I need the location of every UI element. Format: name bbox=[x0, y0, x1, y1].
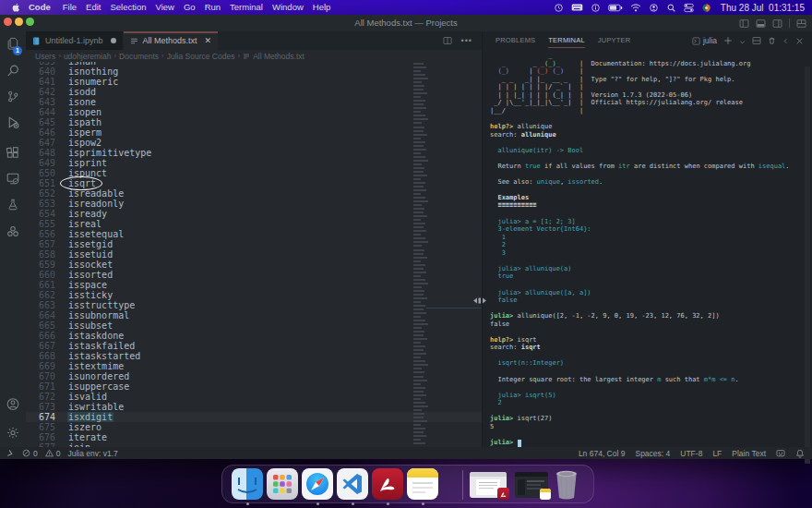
status-plain-text[interactable]: Plain Text bbox=[732, 449, 766, 458]
minimap-mark bbox=[413, 371, 424, 373]
menu-item-go[interactable]: Go bbox=[179, 0, 200, 15]
breadcrumb-item[interactable]: Documents bbox=[119, 52, 159, 61]
new-terminal-icon[interactable] bbox=[723, 32, 733, 49]
minimap[interactable] bbox=[412, 62, 482, 447]
status-spaces-4[interactable]: Spaces: 4 bbox=[635, 449, 670, 458]
minimap-mark bbox=[413, 334, 424, 336]
activity-extensions-icon[interactable] bbox=[6, 146, 20, 163]
line-text: issticky bbox=[68, 290, 113, 300]
sash-resize-handle[interactable] bbox=[473, 292, 486, 300]
line-number: 662 bbox=[26, 290, 55, 300]
dock-vscode[interactable] bbox=[337, 468, 368, 500]
status-utf-8[interactable]: UTF-8 bbox=[680, 449, 702, 458]
panel-chevron-left-icon[interactable] bbox=[782, 32, 789, 49]
terminal-line: Return true if all values from itr are d… bbox=[490, 163, 790, 171]
toggle-secondary-sidebar-icon[interactable] bbox=[772, 18, 782, 29]
activity-search-icon[interactable] bbox=[6, 64, 20, 81]
minimap-mark bbox=[413, 417, 424, 418]
breadcrumb-item[interactable]: Julia Source Codes bbox=[167, 52, 235, 61]
activity-source-control-icon[interactable] bbox=[6, 90, 20, 107]
activity-julia-circles-icon[interactable] bbox=[6, 224, 20, 242]
control-center-icon[interactable] bbox=[684, 3, 694, 13]
dock-safari[interactable] bbox=[302, 468, 333, 500]
menu-clock[interactable]: Thu 28 Jul 01:31:15 bbox=[721, 3, 805, 13]
status-bar: 00Julia env: v1.7 Ln 674, Col 9Spaces: 4… bbox=[0, 447, 812, 459]
info-circle-icon[interactable] bbox=[591, 3, 601, 13]
shell-selector[interactable]: julia bbox=[692, 36, 717, 45]
dock-minimized-pdf-document-window[interactable] bbox=[470, 472, 507, 498]
toggle-panel-icon[interactable] bbox=[756, 18, 766, 29]
activity-settings-gear-icon[interactable] bbox=[6, 426, 20, 443]
minimap-mark bbox=[413, 331, 424, 333]
breadcrumb-item[interactable]: Users bbox=[35, 52, 55, 61]
activity-account-icon[interactable] bbox=[6, 397, 20, 415]
minimap-mark bbox=[413, 78, 428, 79]
customize-layout-icon[interactable] bbox=[796, 18, 806, 29]
menu-item-run[interactable]: Run bbox=[200, 0, 225, 15]
menu-item-terminal[interactable]: Terminal bbox=[225, 0, 268, 15]
activity-test-flask-icon[interactable] bbox=[6, 198, 19, 215]
wifi-icon[interactable] bbox=[630, 4, 641, 12]
menu-item-view[interactable]: View bbox=[151, 0, 179, 15]
battery-icon[interactable] bbox=[608, 4, 623, 12]
status-warnings-icon[interactable]: 0 bbox=[45, 449, 61, 458]
editor[interactable]: 639isnan640isnothing641isnumeric642isodd… bbox=[26, 62, 482, 447]
menu-item-selection[interactable]: Selection bbox=[105, 0, 150, 15]
kill-terminal-icon[interactable] bbox=[768, 32, 776, 49]
apple-logo-icon[interactable] bbox=[11, 2, 21, 13]
split-terminal-icon[interactable] bbox=[752, 32, 761, 49]
menu-item-file[interactable]: File bbox=[58, 0, 81, 15]
terminal-dropdown-icon[interactable] bbox=[739, 32, 746, 49]
close-tab-icon[interactable]: ✕ bbox=[205, 36, 212, 45]
close-panel-icon[interactable] bbox=[795, 32, 804, 49]
panel-tab-problems[interactable]: PROBLEMS bbox=[496, 31, 535, 50]
minimap-mark bbox=[413, 171, 424, 173]
breadcrumb-item[interactable]: udohjeremiah bbox=[64, 52, 112, 61]
keyboard-icon[interactable] bbox=[571, 3, 583, 12]
dock-notes[interactable] bbox=[407, 468, 438, 500]
status-feedback-icon[interactable] bbox=[776, 449, 785, 458]
dock-acrobat[interactable] bbox=[372, 468, 403, 500]
status-lf[interactable]: LF bbox=[712, 449, 722, 458]
panel-tab-jupyter[interactable]: JUPYTER bbox=[598, 31, 631, 50]
status-ln-674-col-9[interactable]: Ln 674, Col 9 bbox=[579, 449, 626, 458]
terminal-output[interactable]: _ _ _ _(_)_ | Documentation: https://doc… bbox=[483, 50, 812, 447]
menu-item-code[interactable]: Code bbox=[21, 0, 58, 15]
line-number: 664 bbox=[26, 310, 55, 321]
split-editor-icon[interactable] bbox=[443, 32, 452, 49]
app-badge-icon[interactable] bbox=[701, 3, 711, 13]
activity-run-debug-icon[interactable] bbox=[6, 115, 20, 133]
breadcrumb-separator: › bbox=[113, 52, 116, 60]
status-errors-icon[interactable]: 0 bbox=[22, 449, 38, 458]
tab-all-methods-txt[interactable]: All Methods.txt ✕ bbox=[124, 31, 219, 50]
menu-item-help[interactable]: Help bbox=[308, 0, 336, 15]
menu-item-edit[interactable]: Edit bbox=[81, 0, 105, 15]
minimap-mark bbox=[413, 85, 424, 87]
menu-item-window[interactable]: Window bbox=[268, 0, 308, 15]
minimap-mark bbox=[413, 70, 421, 72]
time-machine-icon[interactable] bbox=[554, 3, 564, 13]
activity-remote-explorer-icon[interactable] bbox=[6, 172, 20, 189]
dock-launchpad[interactable] bbox=[267, 468, 298, 500]
more-actions-icon[interactable]: ••• bbox=[461, 36, 472, 45]
status-bell-icon[interactable] bbox=[795, 449, 805, 458]
minimap-mark bbox=[413, 431, 424, 433]
minimap-mark bbox=[413, 182, 425, 184]
tab-untitled-1-ipynb[interactable]: Untitled-1.ipynb bbox=[26, 31, 124, 50]
breadcrumb-item[interactable]: All Methods.txt bbox=[253, 52, 304, 61]
terminal-scrollbar[interactable] bbox=[805, 67, 810, 464]
dock-minimized-dark-editor-window[interactable] bbox=[515, 472, 548, 498]
modified-dot[interactable] bbox=[111, 38, 116, 43]
status-remote-window-icon[interactable] bbox=[6, 449, 15, 458]
terminal-line: _ bbox=[490, 52, 552, 60]
dock-trash[interactable] bbox=[553, 469, 582, 501]
toggle-sidebar-icon[interactable] bbox=[739, 18, 749, 29]
dock-finder[interactable] bbox=[232, 468, 263, 500]
panel-tab-terminal[interactable]: TERMINAL bbox=[548, 31, 585, 50]
status-julia-env-v1-7[interactable]: Julia env: v1.7 bbox=[67, 449, 117, 458]
terminal-line: Integer square root: the largest integer… bbox=[490, 376, 739, 384]
terminal-line: | | | | | | |/ _` | | bbox=[490, 83, 583, 91]
spotlight-icon[interactable] bbox=[666, 3, 676, 13]
user-circle-icon[interactable] bbox=[649, 3, 659, 13]
minimap-mark bbox=[413, 186, 424, 187]
